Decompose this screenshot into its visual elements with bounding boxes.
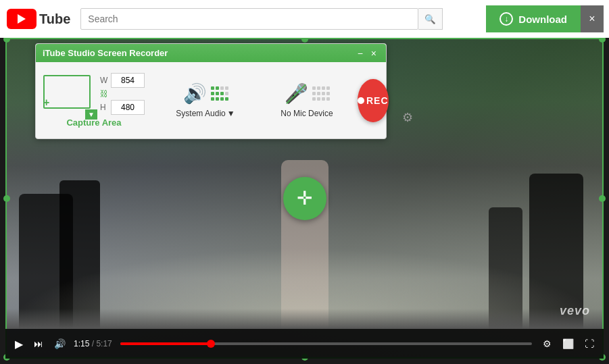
capture-section: + ▼ W ⛓ H C: [47, 73, 141, 128]
rect-icon: ⬜: [562, 338, 574, 349]
progress-bar[interactable]: [120, 342, 532, 345]
rec-dot: [358, 97, 364, 104]
fullscreen-button[interactable]: ⛶: [582, 336, 597, 352]
width-row: W: [100, 73, 145, 88]
rect-button[interactable]: ⬜: [560, 336, 577, 352]
rec-label: REC: [366, 95, 389, 106]
time-display: 1:15 / 5:17: [74, 339, 112, 348]
dot-row-3: [312, 97, 330, 101]
dot: [322, 97, 325, 101]
time-current: 1:15: [74, 339, 89, 348]
download-close-button[interactable]: ×: [581, 5, 604, 32]
mic-icon: 🎤: [285, 82, 308, 105]
close-button[interactable]: ×: [368, 49, 379, 58]
dimensions-panel: W ⛓ H: [100, 73, 145, 115]
mic-icon-row: 🎤: [285, 82, 330, 105]
youtube-logo: Tube: [7, 9, 70, 29]
recorder-body: + ▼ W ⛓ H C: [36, 62, 386, 138]
dot: [216, 86, 219, 90]
recorder-titlebar: iTube Studio Screen Recorder − ×: [36, 44, 386, 62]
audio-level-dots: [211, 86, 228, 101]
dot: [225, 86, 228, 90]
dot-row-3: [211, 97, 228, 101]
youtube-text: Tube: [39, 11, 70, 27]
dot: [312, 92, 316, 95]
dot: [326, 86, 330, 90]
dot: [225, 97, 228, 101]
volume-icon: 🔊: [54, 338, 66, 349]
gear-icon: ⚙: [543, 338, 552, 349]
search-button[interactable]: 🔍: [418, 8, 443, 30]
dot: [211, 97, 214, 101]
play-button[interactable]: [12, 335, 26, 353]
fullscreen-icon: ⛶: [585, 338, 594, 349]
progress-fill: [120, 342, 211, 345]
rec-button[interactable]: REC: [358, 79, 389, 122]
skip-icon: ⏭: [34, 338, 43, 349]
time-total: 5:17: [96, 339, 112, 348]
dot: [211, 86, 214, 90]
minimize-button[interactable]: −: [355, 49, 366, 58]
video-controls: ⏭ 🔊 1:15 / 5:17 ⚙ ⬜ ⛶: [5, 329, 604, 359]
move-icon: ✛: [297, 189, 312, 208]
move-cursor[interactable]: ✛: [283, 177, 326, 220]
dot: [220, 92, 224, 95]
settings-gear-icon: ⚙: [402, 111, 413, 124]
download-icon: ↓: [500, 12, 513, 26]
dot-row-1: [211, 86, 228, 90]
dot: [317, 97, 320, 101]
width-label: W: [100, 76, 108, 85]
recorder-settings-button[interactable]: ⚙: [402, 110, 413, 125]
link-row: ⛓: [100, 89, 145, 99]
dot-row-1: [312, 86, 330, 90]
dot: [322, 92, 325, 95]
width-input[interactable]: [111, 73, 145, 88]
ground: [5, 309, 604, 329]
settings-area: ⚙: [402, 110, 413, 128]
progress-dot: [207, 340, 215, 348]
capture-box: +: [43, 75, 91, 109]
system-audio-dropdown-icon: ▼: [227, 109, 235, 118]
skip-button[interactable]: ⏭: [31, 336, 46, 352]
dot: [326, 97, 330, 101]
mic-section: 🎤: [270, 82, 344, 118]
dot: [211, 92, 214, 95]
speaker-icon: 🔊: [183, 82, 207, 105]
dot: [322, 86, 325, 90]
recorder-panel: iTube Studio Screen Recorder − × + ▼ W: [35, 43, 387, 139]
system-audio-icon-row: 🔊: [183, 82, 228, 105]
dot-row-2: [312, 92, 330, 95]
search-icon: 🔍: [424, 14, 436, 24]
capture-dropdown-button[interactable]: ▼: [85, 109, 97, 120]
dot: [216, 97, 219, 101]
dot: [317, 92, 320, 95]
time-separator: /: [89, 339, 96, 348]
dot: [317, 86, 320, 90]
dot: [220, 86, 224, 90]
play-icon: [15, 338, 23, 350]
recorder-title: iTube Studio Screen Recorder: [43, 48, 168, 58]
search-input[interactable]: [80, 8, 418, 30]
dot: [312, 86, 316, 90]
capture-row: + ▼ W ⛓ H: [43, 73, 145, 115]
dot-row-2: [211, 92, 228, 95]
dot: [220, 97, 224, 101]
dot: [225, 92, 228, 95]
link-icon: ⛓: [100, 89, 108, 99]
system-audio-label[interactable]: System Audio ▼: [176, 109, 235, 118]
download-bar: ↓ Download ×: [486, 5, 604, 32]
recorder-title-buttons: − ×: [355, 49, 379, 58]
capture-box-wrapper: + ▼: [43, 75, 91, 113]
download-label: Download: [518, 14, 567, 25]
system-audio-section: 🔊: [168, 82, 243, 118]
settings-button[interactable]: ⚙: [540, 336, 554, 352]
height-row: H: [100, 100, 145, 115]
system-audio-text: System Audio: [176, 109, 225, 118]
height-input[interactable]: [111, 100, 145, 115]
volume-button[interactable]: 🔊: [51, 336, 68, 352]
no-mic-text: No Mic Device: [281, 109, 333, 118]
height-label: H: [100, 103, 108, 112]
download-button[interactable]: ↓ Download: [486, 5, 581, 32]
no-mic-label[interactable]: No Mic Device: [281, 109, 333, 118]
vevo-watermark: vevo: [560, 304, 590, 318]
